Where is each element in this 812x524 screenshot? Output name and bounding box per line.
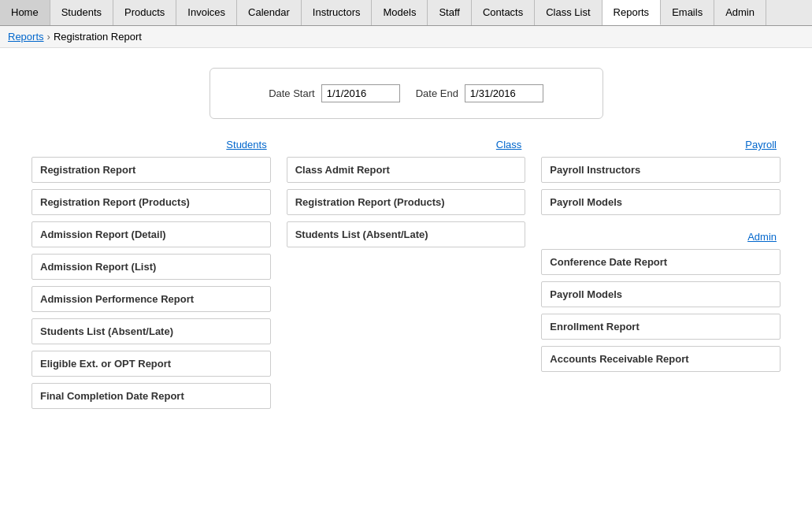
admin-column-header[interactable]: Admin	[541, 231, 780, 243]
students-column: Students Registration Report Registratio…	[24, 139, 279, 415]
nav-item-products[interactable]: Products	[113, 0, 176, 25]
navigation: HomeStudentsProductsInvoicesCalendarInst…	[0, 0, 812, 26]
btn-class-admit-report[interactable]: Class Admit Report	[287, 157, 526, 183]
nav-item-staff[interactable]: Staff	[428, 0, 472, 25]
btn-eligible-ext-opt-report[interactable]: Eligible Ext. or OPT Report	[32, 351, 271, 377]
date-end-input[interactable]	[465, 84, 543, 102]
nav-item-classlist[interactable]: Class List	[535, 0, 602, 25]
class-column-header[interactable]: Class	[287, 139, 526, 151]
btn-accounts-receivable-report[interactable]: Accounts Receivable Report	[541, 346, 780, 372]
btn-admission-performance-report[interactable]: Admission Performence Report	[32, 286, 271, 312]
nav-item-students[interactable]: Students	[50, 0, 113, 25]
nav-item-emails[interactable]: Emails	[661, 0, 714, 25]
btn-registration-report[interactable]: Registration Report	[32, 157, 271, 183]
btn-students-list-absent-late[interactable]: Students List (Absent/Late)	[32, 318, 271, 344]
btn-final-completion-date[interactable]: Final Completion Date Report	[32, 383, 271, 409]
payroll-column: Payroll Payroll Instructors Payroll Mode…	[533, 139, 788, 415]
payroll-column-header[interactable]: Payroll	[541, 139, 780, 151]
btn-admission-report-detail[interactable]: Admission Report (Detail)	[32, 221, 271, 247]
nav-item-calendar[interactable]: Calendar	[237, 0, 302, 25]
date-end-label: Date End	[416, 87, 458, 99]
btn-conference-date-report[interactable]: Conference Date Report	[541, 249, 780, 275]
reports-grid: Students Registration Report Registratio…	[16, 139, 796, 415]
btn-admission-report-list[interactable]: Admission Report (List)	[32, 254, 271, 280]
nav-item-contacts[interactable]: Contacts	[472, 0, 535, 25]
btn-payroll-models[interactable]: Payroll Models	[541, 189, 780, 215]
breadcrumb: Reports › Registration Report	[0, 26, 812, 48]
breadcrumb-reports[interactable]: Reports	[8, 31, 44, 43]
date-start-input[interactable]	[321, 84, 400, 102]
btn-admin-payroll-models[interactable]: Payroll Models	[541, 281, 780, 307]
btn-enrollment-report[interactable]: Enrollment Report	[541, 314, 780, 340]
nav-item-invoices[interactable]: Invoices	[176, 0, 237, 25]
nav-item-instructors[interactable]: Instructors	[302, 0, 373, 25]
btn-class-students-list-absent-late[interactable]: Students List (Absent/Late)	[287, 221, 526, 247]
date-start-group: Date Start	[269, 84, 400, 102]
breadcrumb-current: Registration Report	[54, 31, 142, 43]
btn-class-registration-report-products[interactable]: Registration Report (Products)	[287, 189, 526, 215]
btn-payroll-instructors[interactable]: Payroll Instructors	[541, 157, 780, 183]
breadcrumb-separator: ›	[47, 31, 50, 43]
date-filter-box: Date Start Date End	[209, 68, 603, 119]
date-start-label: Date Start	[269, 87, 315, 99]
class-column: Class Class Admit Report Registration Re…	[279, 139, 534, 415]
nav-item-home[interactable]: Home	[0, 0, 50, 25]
nav-item-reports[interactable]: Reports	[603, 0, 662, 25]
date-end-group: Date End	[416, 84, 543, 102]
students-column-header[interactable]: Students	[32, 139, 271, 151]
btn-registration-report-products[interactable]: Registration Report (Products)	[32, 189, 271, 215]
nav-item-admin[interactable]: Admin	[714, 0, 766, 25]
nav-item-models[interactable]: Models	[372, 0, 428, 25]
main-content: Date Start Date End Students Registratio…	[0, 48, 812, 427]
